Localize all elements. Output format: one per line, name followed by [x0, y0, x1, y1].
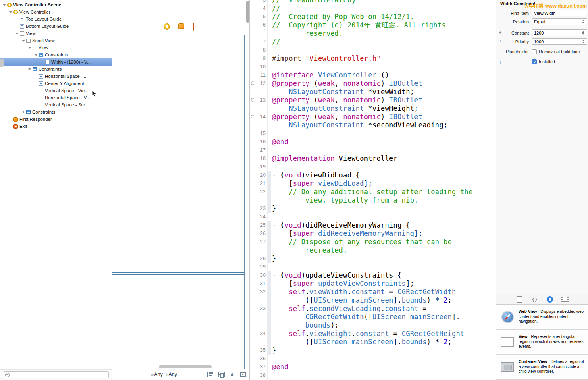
- code-text[interactable]: NSLayoutConstraint *viewHeight;: [271, 104, 496, 113]
- outline-item-center-y-alignment[interactable]: Center Y Alignment...: [0, 80, 112, 87]
- disclosure-triangle-icon[interactable]: [34, 53, 39, 57]
- add-constant-variation-button[interactable]: +: [498, 30, 502, 35]
- relation-popup[interactable]: Equal: [532, 18, 587, 25]
- source-editor[interactable]: 3// ViewbuiHierarchy4//5// Created by Po…: [250, 0, 496, 380]
- outline-item-width-1200-v[interactable]: Width - (1200) - V...: [0, 58, 112, 66]
- outline-item-constraints[interactable]: Constraints: [0, 51, 112, 58]
- disclosure-triangle-icon[interactable]: [2, 3, 7, 7]
- update-frames-button[interactable]: [239, 372, 246, 377]
- code-text[interactable]: // Do any additional setup after loading…: [271, 188, 496, 196]
- exit-icon[interactable]: [193, 23, 194, 31]
- disclosure-triangle-icon[interactable]: [21, 39, 26, 43]
- outline-item-top-layout-guide[interactable]: Top Layout Guide: [0, 15, 112, 23]
- library-item-view[interactable]: View - Represents a rectangular region i…: [496, 330, 588, 355]
- installed-checkbox[interactable]: [532, 59, 537, 64]
- object-library-icon[interactable]: [546, 296, 553, 303]
- interface-builder-canvas[interactable]: wAny hAny: [112, 0, 250, 380]
- code-text[interactable]: @property (weak, nonatomic) IBOutlet: [271, 113, 496, 121]
- code-text[interactable]: @end: [271, 138, 496, 146]
- first-item-popup[interactable]: View.Width: [532, 10, 587, 16]
- canvas-vertical-scrollbar[interactable]: [246, 1, 249, 23]
- code-text[interactable]: [super updateViewConstraints];: [271, 280, 496, 288]
- code-text[interactable]: [271, 263, 496, 271]
- code-text[interactable]: CGRectGetWidth([UIScreen mainScreen].: [271, 313, 496, 321]
- code-text[interactable]: reserved.: [271, 29, 496, 38]
- outline-item-scroll-view[interactable]: Scroll View: [0, 37, 112, 44]
- view-controller-icon[interactable]: [164, 23, 170, 30]
- outline-item-bottom-layout-guide[interactable]: Bottom Layout Guide: [0, 23, 112, 30]
- disclosure-triangle-icon[interactable]: [28, 46, 32, 50]
- code-text[interactable]: }: [271, 346, 496, 355]
- code-text[interactable]: [super didReceiveMemoryWarning];: [271, 230, 496, 238]
- outlet-connector-circle-icon[interactable]: [251, 98, 254, 102]
- code-text[interactable]: self.secondViewLeading.constant =: [271, 305, 496, 313]
- code-text[interactable]: - (void)viewDidLoad {: [271, 171, 496, 179]
- code-text[interactable]: #import "ViewController.h": [271, 54, 496, 63]
- library-item-web-view[interactable]: Web View - Displays embedded web content…: [496, 305, 588, 330]
- code-text[interactable]: [271, 163, 496, 171]
- code-text[interactable]: // Dispose of any resources that can be: [271, 238, 496, 246]
- code-text[interactable]: NSLayoutConstraint *viewWidth;: [271, 88, 496, 96]
- code-text[interactable]: bounds);: [271, 321, 496, 330]
- constant-field[interactable]: 1200: [532, 29, 587, 36]
- code-text[interactable]: @end: [271, 363, 496, 371]
- code-text[interactable]: self.viewHeight.constant = CGRectGetHeig…: [271, 330, 496, 338]
- file-template-library-icon[interactable]: [516, 296, 523, 303]
- outlet-connector-well[interactable]: [250, 96, 256, 104]
- align-button[interactable]: [207, 372, 214, 377]
- media-library-icon[interactable]: [561, 296, 569, 303]
- outlet-connector-well[interactable]: [250, 79, 256, 88]
- add-priority-variation-button[interactable]: +: [498, 39, 502, 44]
- canvas-horizontal-scrollbar[interactable]: [159, 365, 212, 368]
- outline-item-view[interactable]: View: [0, 44, 112, 51]
- disclosure-triangle-icon[interactable]: [21, 110, 26, 114]
- code-text[interactable]: [271, 213, 496, 221]
- outline-item-view-controller-scene[interactable]: View Controller Scene: [0, 1, 112, 8]
- outline-item-constraints[interactable]: Constraints: [0, 66, 112, 73]
- outline-item-vertical-space-vie[interactable]: Vertical Space - Vie...: [0, 87, 112, 94]
- code-text[interactable]: }: [271, 204, 496, 213]
- outlet-connector-circle-icon[interactable]: [251, 115, 254, 118]
- outline-collapse-handle[interactable]: [0, 59, 4, 67]
- code-text[interactable]: [271, 146, 496, 154]
- code-text[interactable]: - (void)didReceiveMemoryWarning {: [271, 221, 496, 230]
- code-text[interactable]: recreated.: [271, 246, 496, 255]
- size-class-control[interactable]: wAny hAny: [151, 372, 180, 377]
- outline-item-vertical-space-scr[interactable]: Vertical Space - Scr...: [0, 101, 112, 108]
- outline-item-view-controller[interactable]: View Controller: [0, 8, 112, 15]
- outline-item-horizontal-space[interactable]: Horizontal Space -...: [0, 73, 112, 80]
- outline-filter-field[interactable]: [3, 371, 109, 378]
- resolve-button[interactable]: [229, 372, 235, 377]
- code-text[interactable]: NSLayoutConstraint *secondViewLeading;: [271, 121, 496, 129]
- outline-item-first-responder[interactable]: First Responder: [0, 116, 112, 123]
- first-responder-icon[interactable]: [178, 23, 184, 29]
- code-text[interactable]: @interface ViewController (): [271, 71, 496, 79]
- code-text[interactable]: view, typically from a nib.: [271, 196, 496, 204]
- code-text[interactable]: //: [271, 4, 496, 13]
- placeholder-checkbox[interactable]: [532, 49, 537, 54]
- code-snippet-library-icon[interactable]: [531, 296, 538, 303]
- code-text[interactable]: // ViewbuiHierarchy: [271, 0, 496, 4]
- outline-item-exit[interactable]: Exit: [0, 123, 112, 130]
- outlet-connector-circle-icon[interactable]: [251, 81, 254, 85]
- add-installed-variation-button[interactable]: +: [498, 60, 502, 65]
- outlet-connector-well[interactable]: [250, 113, 256, 121]
- code-text[interactable]: [271, 129, 496, 138]
- outline-item-horizontal-space-v[interactable]: Horizontal Space - V...: [0, 94, 112, 101]
- code-text[interactable]: // Created by Pop Web on 14/12/1.: [271, 13, 496, 21]
- code-text[interactable]: ([UIScreen mainScreen].bounds) * 2;: [271, 338, 496, 346]
- disclosure-triangle-icon[interactable]: [28, 67, 32, 71]
- code-text[interactable]: }: [271, 255, 496, 263]
- priority-field[interactable]: 1000: [532, 38, 587, 45]
- code-text[interactable]: ([UIScreen mainScreen].bounds) * 2;: [271, 296, 496, 305]
- code-text[interactable]: //: [271, 38, 496, 46]
- code-text[interactable]: self.viewWidth.constant = CGRectGetWidth: [271, 288, 496, 296]
- code-text[interactable]: - (void)updateViewConstraints {: [271, 271, 496, 280]
- code-text[interactable]: [271, 371, 496, 380]
- disclosure-triangle-icon[interactable]: [9, 10, 13, 14]
- code-text[interactable]: @property (weak, nonatomic) IBOutlet: [271, 96, 496, 104]
- code-text[interactable]: [super viewDidLoad];: [271, 179, 496, 188]
- code-text[interactable]: [271, 46, 496, 54]
- code-text[interactable]: [271, 355, 496, 363]
- code-text[interactable]: // Copyright (c) 2014年 黄旺鑫. All rights: [271, 21, 496, 29]
